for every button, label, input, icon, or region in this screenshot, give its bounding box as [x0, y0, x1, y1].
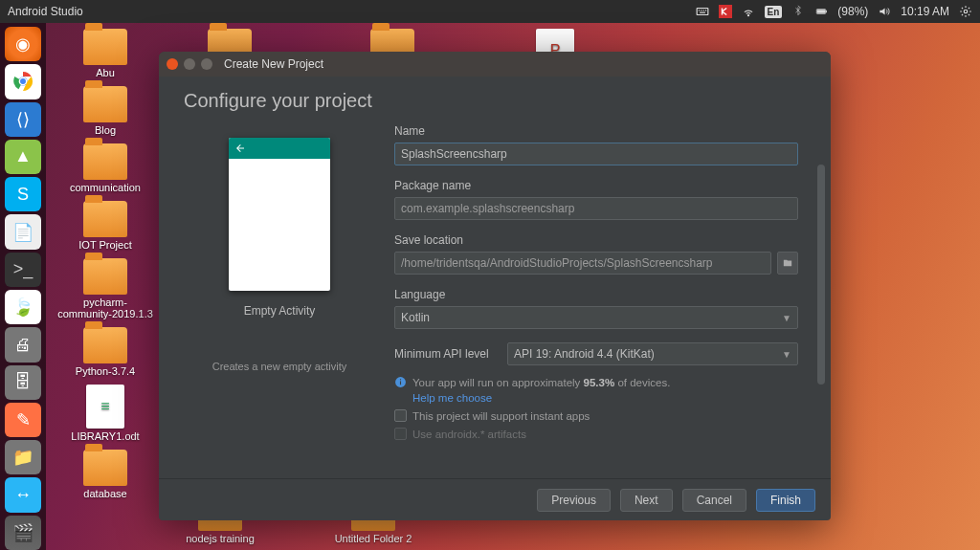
- dialog-title: Create New Project: [224, 57, 323, 71]
- desktop-file[interactable]: ≡LIBRARY1.odt: [57, 385, 153, 442]
- svg-rect-4: [704, 10, 705, 11]
- instant-apps-checkbox[interactable]: [394, 409, 407, 422]
- next-button[interactable]: Next: [620, 489, 673, 512]
- name-label: Name: [394, 124, 798, 138]
- package-label: Package name: [394, 179, 798, 192]
- svg-rect-1: [698, 10, 699, 11]
- bluetooth-icon[interactable]: [791, 5, 805, 18]
- desktop-folder[interactable]: Python-3.7.4: [57, 327, 153, 377]
- language-select[interactable]: Kotlin ▼: [394, 306, 798, 329]
- svg-rect-9: [817, 10, 825, 13]
- help-me-choose-link[interactable]: Help me choose: [412, 392, 798, 404]
- battery-icon[interactable]: [814, 5, 828, 18]
- window-minimize-button[interactable]: [184, 58, 195, 70]
- create-project-dialog: Create New Project Configure your projec…: [159, 52, 831, 520]
- save-location-label: Save location: [394, 233, 798, 247]
- language-label: Language: [394, 288, 798, 301]
- desktop: Android Studio En (98%) 10:19 AM ◉ ⟨⟩ ▲ …: [0, 0, 980, 550]
- androidx-checkbox[interactable]: [394, 428, 407, 440]
- svg-rect-5: [700, 12, 705, 13]
- launcher-archive-icon[interactable]: 🗄: [5, 365, 41, 400]
- info-icon: [394, 376, 407, 388]
- min-api-select[interactable]: API 19: Android 4.4 (KitKat) ▼: [507, 342, 798, 365]
- project-form: Name Package name Save location Language: [394, 94, 806, 478]
- launcher-chrome-icon[interactable]: [5, 64, 41, 99]
- svg-rect-2: [701, 10, 702, 11]
- desktop-folder[interactable]: database: [57, 450, 153, 499]
- desktop-folder[interactable]: Blog: [57, 86, 153, 136]
- package-name-input[interactable]: [394, 197, 798, 220]
- save-location-input[interactable]: [394, 252, 771, 275]
- launcher-mongodb-icon[interactable]: 🍃: [5, 290, 41, 324]
- min-api-label: Minimum API level: [394, 347, 498, 361]
- launcher-files-icon[interactable]: 📁: [5, 440, 41, 474]
- window-close-button[interactable]: [167, 58, 178, 70]
- cancel-button[interactable]: Cancel: [682, 489, 746, 512]
- previous-button[interactable]: Previous: [537, 489, 611, 512]
- window-maximize-button[interactable]: [201, 58, 212, 70]
- instant-apps-label: This project will support instant apps: [412, 410, 590, 422]
- launcher: ◉ ⟨⟩ ▲ S 📄 >_ 🍃 🖨 🗄 ✎ 📁 ↔ 🎬: [0, 23, 46, 550]
- project-name-input[interactable]: [394, 143, 798, 165]
- dialog-heading: Configure your project: [184, 90, 372, 112]
- dialog-titlebar[interactable]: Create New Project: [159, 52, 831, 77]
- launcher-vscode-icon[interactable]: ⟨⟩: [5, 102, 41, 137]
- clock[interactable]: 10:19 AM: [901, 5, 949, 18]
- desktop-icons-column: Abu Blog communication IOT Project pycha…: [57, 29, 153, 499]
- folder-icon: [782, 258, 793, 268]
- battery-pct: (98%): [837, 5, 868, 18]
- launcher-androidstudio-icon[interactable]: ▲: [5, 140, 41, 174]
- svg-point-10: [964, 10, 968, 13]
- template-preview-column: Empty Activity Creates a new empty activ…: [184, 94, 375, 478]
- browse-folder-button[interactable]: [777, 252, 798, 275]
- launcher-printer-icon[interactable]: 🖨: [5, 327, 41, 362]
- volume-icon[interactable]: [878, 5, 891, 18]
- launcher-libreoffice-icon[interactable]: 📄: [5, 214, 41, 249]
- launcher-media-icon[interactable]: 🎬: [5, 516, 41, 550]
- dialog-scrollbar[interactable]: [817, 165, 825, 480]
- svg-point-13: [19, 78, 26, 85]
- template-name: Empty Activity: [244, 304, 316, 318]
- svg-rect-3: [702, 10, 703, 11]
- desktop-folder[interactable]: communication: [57, 143, 153, 193]
- desktop-folder[interactable]: IOT Project: [57, 201, 153, 251]
- launcher-terminal-icon[interactable]: >_: [5, 253, 41, 287]
- template-description: Creates a new empty activity: [212, 360, 347, 374]
- launcher-ubuntu-icon[interactable]: ◉: [5, 27, 41, 61]
- active-app-title: Android Studio: [8, 5, 83, 18]
- chevron-down-icon: ▼: [782, 349, 791, 360]
- api-info: Your app will run on approximately 95.3%…: [394, 375, 798, 390]
- top-panel: Android Studio En (98%) 10:19 AM: [0, 0, 980, 23]
- dialog-footer: Previous Next Cancel Finish: [159, 478, 831, 520]
- keyboard-indicator-icon[interactable]: [696, 5, 709, 18]
- kaspersky-icon[interactable]: [719, 5, 732, 18]
- wifi-icon[interactable]: [742, 5, 755, 18]
- back-arrow-icon: [234, 143, 246, 154]
- svg-rect-6: [719, 5, 732, 18]
- chevron-down-icon: ▼: [782, 313, 791, 323]
- svg-rect-8: [826, 11, 827, 12]
- finish-button[interactable]: Finish: [756, 489, 815, 512]
- svg-rect-15: [400, 381, 401, 385]
- svg-rect-0: [697, 9, 708, 15]
- androidx-label: Use androidx.* artifacts: [412, 429, 526, 440]
- launcher-editor-icon[interactable]: ✎: [5, 403, 41, 437]
- gear-icon[interactable]: [959, 5, 972, 18]
- language-indicator[interactable]: En: [765, 6, 783, 18]
- svg-rect-16: [400, 379, 401, 380]
- launcher-skype-icon[interactable]: S: [5, 177, 41, 211]
- launcher-teamviewer-icon[interactable]: ↔: [5, 477, 41, 512]
- template-preview: [229, 138, 330, 291]
- desktop-folder[interactable]: pycharm-community-2019.1.3: [57, 258, 153, 319]
- desktop-folder[interactable]: Abu: [57, 29, 153, 78]
